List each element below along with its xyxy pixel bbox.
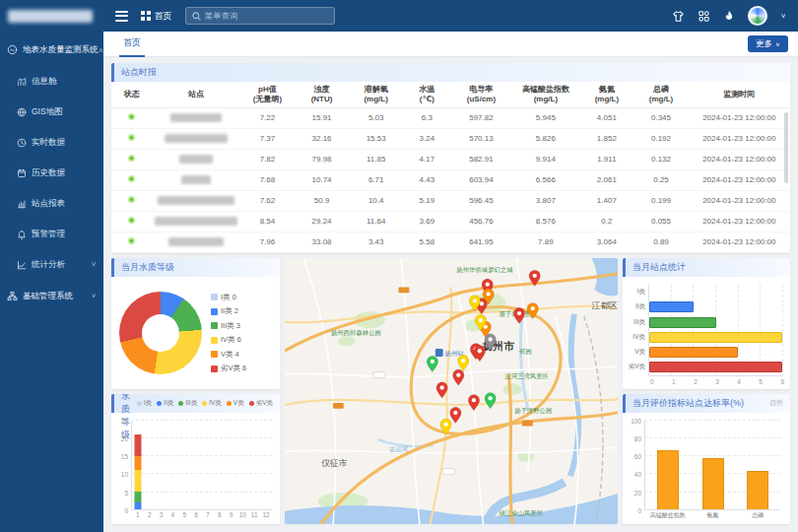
map-label: 仪征市 <box>320 458 348 468</box>
legend-item[interactable]: I类 0 <box>211 293 246 302</box>
table-cell: 6.566 <box>511 169 579 190</box>
legend-item[interactable]: IV类 <box>202 399 222 408</box>
legend-item[interactable]: V类 <box>227 399 244 408</box>
menu-toggle-icon[interactable] <box>115 11 128 22</box>
table-cell: 0.89 <box>633 232 688 252</box>
legend-item[interactable]: I类 <box>137 399 152 408</box>
col-header: 浊度(NTU) <box>295 82 349 107</box>
category-label: 氨氮 <box>707 511 719 520</box>
status-dot-normal <box>128 113 135 120</box>
table-cell: 2024-01-23 12:00:00 <box>689 190 790 211</box>
breadcrumb-home[interactable]: 首页 <box>141 10 172 23</box>
legend-item[interactable]: II类 <box>157 399 173 408</box>
monthly-station-stats-panel: 当月站点统计 I类II类III类IV类V类劣V类0123456 <box>623 258 790 389</box>
hbar <box>649 301 694 312</box>
more-button[interactable]: 更多 ∨ <box>748 35 788 52</box>
x-tick-label: 4 <box>737 378 741 385</box>
month-column: 5 <box>178 421 190 510</box>
table-cell: 3.064 <box>579 232 633 252</box>
sidebar-item-历史数据[interactable]: 历史数据 <box>0 158 103 188</box>
map-label: 扬州华侨城梦幻之城 <box>456 266 513 274</box>
legend-marker <box>211 322 218 329</box>
table-cell: 1.911 <box>579 149 633 169</box>
x-tick-label: 7 <box>206 511 210 518</box>
legend-item[interactable]: 劣V类 <box>249 399 273 408</box>
col-header: pH值(无量纲) <box>240 82 295 107</box>
map-label: 扬州西郊森林公园 <box>331 329 381 337</box>
table-cell: 456.76 <box>450 211 511 232</box>
table-cell: 4.43 <box>403 169 450 190</box>
table-row: 7.9633.083.435.58641.957.893.0640.892024… <box>111 232 790 252</box>
station-name-redacted <box>158 196 234 205</box>
table-cell: 6.3 <box>403 107 450 128</box>
report-icon <box>17 199 27 209</box>
month-column: 11 <box>248 421 260 510</box>
tab-home-label: 首页 <box>123 36 141 49</box>
table-scrollbar[interactable] <box>784 112 788 183</box>
station-name-redacted <box>168 237 224 246</box>
map-canvas[interactable]: 扬州市江都区仪征市扬州西郊森林公园扬州华侨城梦幻之城唐子城风景区扬州站何园运河三… <box>285 258 618 524</box>
sidebar-item-GIS地图[interactable]: GIS地图 <box>0 97 103 127</box>
table-cell: 2024-01-23 12:00:00 <box>689 107 790 128</box>
table-cell: 1.407 <box>579 190 633 211</box>
x-tick-label: 3 <box>160 511 164 518</box>
table-cell: 2024-01-23 12:00:00 <box>689 211 790 232</box>
y-tick-label: 20 <box>634 489 641 496</box>
flame-icon[interactable] <box>723 10 735 23</box>
tab-home[interactable]: 首页 <box>119 32 145 57</box>
x-tick-label: 3 <box>715 378 719 385</box>
x-tick-label: 4 <box>171 511 175 518</box>
table-cell: 7.89 <box>511 232 579 252</box>
theme-skin-icon[interactable] <box>672 10 685 23</box>
user-avatar[interactable] <box>748 6 767 26</box>
table-cell: 5.826 <box>511 128 579 149</box>
chevron-down-icon[interactable]: ∨ <box>780 12 786 19</box>
search-icon <box>192 12 201 21</box>
search-input[interactable] <box>205 11 328 21</box>
sidebar-item-实时数据[interactable]: 实时数据 <box>0 127 103 158</box>
station-report-panel: 站点时报 状态站点pH值(无量纲)浊度(NTU)溶解氧(mg/L)水温(℃)电导… <box>111 63 790 253</box>
stack-segment <box>134 470 141 492</box>
legend-label: 劣V类 6 <box>221 364 246 373</box>
x-tick-label: 10 <box>239 511 246 518</box>
y-tick-label: 80 <box>634 434 641 441</box>
legend-item[interactable]: V类 4 <box>211 350 246 360</box>
table-cell: 2024-01-23 12:00:00 <box>689 128 790 149</box>
legend-item[interactable]: II类 2 <box>211 306 246 316</box>
table-cell: 6.71 <box>349 169 403 190</box>
legend-item[interactable]: 劣V类 6 <box>211 364 246 373</box>
legend-item[interactable]: IV类 6 <box>211 335 246 345</box>
trend-link[interactable]: 趋势 <box>769 398 783 408</box>
table-cell: 33.08 <box>295 232 349 252</box>
menu-search[interactable] <box>185 7 335 25</box>
legend-item[interactable]: III类 <box>178 399 197 408</box>
sidebar-group-label: 基础管理系统 <box>23 291 73 302</box>
month-column: 12 <box>260 421 272 510</box>
breadcrumb-home-label: 首页 <box>155 10 172 23</box>
sidebar-group-1[interactable]: 基础管理系统∨ <box>0 280 103 312</box>
sidebar-item-预警管理[interactable]: 预警管理 <box>0 219 103 249</box>
sidebar-item-label: 统计分析 <box>32 259 65 271</box>
x-tick-label: 5 <box>182 511 186 518</box>
sidebar-group-0[interactable]: 地表水质量监测系统∧ <box>0 33 103 66</box>
category-label: II类 <box>624 302 645 311</box>
sidebar-item-信息舱[interactable]: 信息舱 <box>0 66 103 97</box>
compliance-chart: 020406080100高锰酸盐指数氨氮总磷 <box>644 421 780 511</box>
y-tick-label: 100 <box>631 417 641 424</box>
y-tick-label: 0 <box>124 507 128 514</box>
layout-icon[interactable] <box>698 10 710 23</box>
hbar-row: IV类 <box>649 331 782 343</box>
table-row: 8.5429.2411.643.69456.768.5760.20.055202… <box>111 211 790 232</box>
table-cell: 570.13 <box>450 128 511 149</box>
table-cell: 0.192 <box>633 128 688 149</box>
x-tick-label: 5 <box>759 378 763 385</box>
sidebar-item-站点报表[interactable]: 站点报表 <box>0 188 103 219</box>
x-tick-label: 8 <box>218 511 222 518</box>
sidebar-item-统计分析[interactable]: 统计分析∨ <box>0 249 103 280</box>
x-tick-label: 6 <box>194 511 198 518</box>
legend-item[interactable]: III类 3 <box>211 321 246 331</box>
gis-map-icon <box>17 107 27 117</box>
table-cell: 2.061 <box>579 169 633 190</box>
system-icon <box>7 44 18 55</box>
sidebar-item-label: 信息舱 <box>32 76 57 88</box>
